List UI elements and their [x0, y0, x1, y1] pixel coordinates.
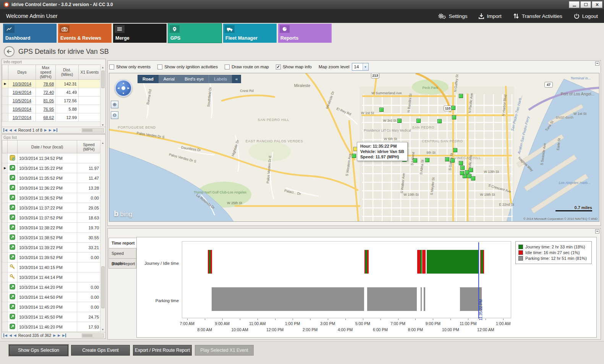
gps-point-marker[interactable] — [451, 106, 455, 110]
info-report-row[interactable]: 10/5/201481.05172.56 — [2, 97, 101, 105]
nav-next-page-button[interactable]: ▶ — [58, 333, 60, 337]
gps-point-marker[interactable] — [379, 108, 384, 112]
pan-north-icon[interactable]: ▲ — [122, 82, 125, 84]
settings-button[interactable]: Settings — [438, 13, 468, 19]
nav-horizontal-scrollbar[interactable] — [82, 128, 104, 132]
gps-list-row[interactable]: 10/3/2014 11:36:22 PM13.28 — [2, 183, 101, 193]
nav-horizontal-scrollbar[interactable] — [82, 333, 104, 338]
scroll-thumb[interactable] — [83, 334, 92, 337]
scroll-thumb[interactable] — [101, 266, 105, 308]
gps-list-row[interactable]: 10/3/2014 11:45:50 PM24.75 — [2, 312, 101, 322]
nav-tile-reports[interactable]: Reports — [278, 24, 332, 43]
gps-point-marker[interactable] — [397, 119, 402, 123]
pan-east-icon[interactable]: ▶ — [128, 87, 130, 90]
info-report-row[interactable]: 10/6/201476.955.88 — [2, 105, 101, 113]
gps-list-row[interactable]: 10/3/2014 11:44:14 PM — [2, 272, 101, 282]
column-header[interactable]: Speed (MPH) — [77, 140, 101, 153]
nav-prev-page-button[interactable]: ◀ — [9, 128, 12, 132]
gps-list-row[interactable]: 10/3/2014 11:37:52 PM18.63 — [2, 213, 101, 223]
gps-point-marker[interactable] — [445, 157, 449, 161]
create-gps-event-button[interactable]: Create Gps Event — [71, 345, 130, 356]
nav-tile-gps[interactable]: GPS — [168, 24, 222, 43]
map-style-tab-bird-s-eye[interactable]: Bird's eye — [180, 75, 209, 83]
nav-next-button[interactable]: ▶ — [53, 333, 56, 337]
info-report-row[interactable]: 10/7/201468.6212.99 — [2, 113, 101, 122]
back-button[interactable] — [4, 46, 15, 57]
info-report-row[interactable]: ▶10/3/201478.68142.31 — [2, 80, 101, 88]
scroll-up-icon[interactable]: ▲ — [100, 140, 105, 145]
logout-button[interactable]: Logout — [574, 13, 598, 19]
gps-point-marker[interactable] — [469, 168, 473, 172]
gps-point-marker[interactable] — [425, 158, 429, 162]
gps-point-marker[interactable] — [450, 158, 455, 163]
gps-point-marker[interactable] — [416, 119, 421, 123]
export-print-route-report-button[interactable]: Export / Print Route Report — [133, 345, 192, 356]
gps-point-marker[interactable] — [471, 176, 475, 180]
pan-south-icon[interactable]: ▼ — [122, 92, 125, 95]
scroll-down-icon[interactable]: ▼ — [100, 327, 105, 332]
collapse-panel-button[interactable] — [595, 61, 599, 66]
info-report-row[interactable]: 10/4/201472.4041.49 — [2, 88, 101, 97]
column-header[interactable] — [8, 140, 18, 153]
gps-list-row[interactable]: 10/3/2014 11:46:20 PM17.93 — [2, 322, 101, 332]
nav-next-button[interactable]: ▶ — [44, 128, 47, 132]
gps-point-marker[interactable] — [460, 166, 465, 170]
map-tabs-collapse-button[interactable]: « — [232, 75, 241, 83]
tab-speed-graphic[interactable]: Speed graphic — [108, 248, 136, 258]
map-style-tab-labels[interactable]: Labels — [209, 75, 232, 83]
compass-center[interactable] — [121, 86, 125, 90]
gps-list-row[interactable]: 10/3/2014 11:34:52 PM — [2, 153, 101, 163]
checkbox-show-map-info[interactable]: ✓Show map info — [276, 64, 312, 69]
gps-point-marker[interactable] — [460, 171, 464, 175]
nav-last-button[interactable]: ▶ — [53, 128, 57, 132]
column-header[interactable]: X1 Events — [79, 65, 101, 80]
gps-point-marker[interactable] — [352, 154, 356, 158]
nav-tile-merge[interactable]: Merge — [113, 24, 167, 43]
nav-last-button[interactable]: ▶ — [62, 333, 66, 337]
nav-prev-button[interactable]: ◀ — [14, 333, 16, 337]
gps-point-marker[interactable] — [453, 148, 457, 152]
checkbox-show-only-ignition-activities[interactable]: Show only ignition activities — [157, 64, 218, 69]
gps-list-row[interactable]: 10/3/2014 11:40:15 PM — [2, 263, 101, 272]
checkbox-draw-route-on-map[interactable]: Draw route on map — [225, 64, 269, 69]
gps-list-row[interactable]: 10/3/2014 11:45:20 PM0.00 — [2, 302, 101, 312]
gps-list-row[interactable]: 10/3/2014 11:39:22 PM33.21 — [2, 243, 101, 253]
column-header[interactable]: Date / hour (local) — [18, 140, 77, 153]
column-header[interactable]: Days — [8, 65, 36, 80]
gps-list-row[interactable]: 10/3/2014 11:36:52 PM0.00 — [2, 193, 101, 203]
gps-point-marker[interactable] — [459, 94, 463, 98]
show-gps-selection-button[interactable]: Show Gps Selection — [9, 345, 68, 356]
chart-plot-area[interactable]: 11:35:22 PM — [182, 241, 511, 318]
gps-list-row[interactable]: 10/3/2014 11:35:52 PM11.47 — [2, 173, 101, 183]
gps-list-row[interactable]: 10/3/2014 11:39:52 PM0.00 — [2, 253, 101, 263]
gps-list-row[interactable]: 10/3/2014 11:38:52 PM30.55 — [2, 233, 101, 243]
maximize-button[interactable] — [580, 1, 591, 8]
pan-west-icon[interactable]: ◀ — [117, 87, 119, 90]
scroll-up-icon[interactable]: ▲ — [100, 65, 105, 70]
gps-list-row[interactable]: 10/3/2014 11:37:22 PM29.05 — [2, 203, 101, 213]
checkbox-show-only-events[interactable]: Show only events — [109, 64, 151, 69]
gps-point-marker[interactable] — [459, 161, 463, 165]
nav-first-button[interactable]: ◀ — [3, 128, 7, 132]
gps-list-row[interactable]: ▶10/3/2014 11:35:22 PM11.97 — [2, 163, 101, 173]
minimize-button[interactable] — [569, 1, 580, 8]
import-button[interactable]: Import — [479, 13, 501, 19]
gps-list-vertical-scrollbar[interactable]: ▲ ▼ — [100, 140, 105, 332]
map-zoom-in-button[interactable]: ⊕ — [111, 101, 118, 108]
collapse-panel-button[interactable] — [595, 229, 599, 234]
map-canvas[interactable]: MiralestePeck ParkW Summerland AveCrest … — [109, 73, 599, 222]
info-report-vertical-scrollbar[interactable]: ▲ ▼ — [100, 65, 105, 127]
nav-tile-dashboard[interactable]: Dashboard — [3, 24, 57, 43]
gps-list-row[interactable]: 10/3/2014 11:38:22 PM19.70 — [2, 223, 101, 233]
map-zoom-select[interactable]: 14 ▼ — [352, 63, 369, 71]
nav-prev-page-button[interactable]: ◀ — [9, 333, 12, 337]
scroll-thumb[interactable] — [101, 71, 105, 88]
gps-point-marker[interactable] — [452, 115, 456, 119]
nav-first-button[interactable]: ◀ — [3, 333, 7, 337]
gps-point-marker[interactable] — [437, 119, 442, 123]
gps-list-row[interactable]: 10/3/2014 11:44:20 PM0.00 — [2, 282, 101, 292]
nav-tile-events-reviews[interactable]: Events & Reviews — [58, 24, 112, 43]
tab-time-report[interactable]: Time report — [108, 238, 136, 248]
scroll-thumb[interactable] — [83, 129, 92, 132]
transfer-activities-button[interactable]: Transfer Activities — [513, 13, 562, 19]
